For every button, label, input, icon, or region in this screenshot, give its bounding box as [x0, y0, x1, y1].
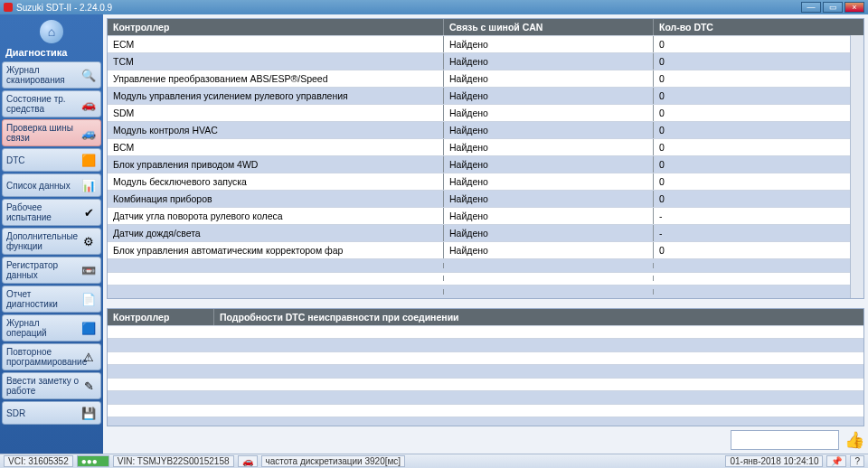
note-input[interactable]	[731, 430, 839, 450]
cell-dtc: 0	[654, 173, 850, 190]
table-row[interactable]: Датчик угла поворота рулевого колесаНайд…	[108, 207, 850, 224]
dtc-detail-table: Контроллер Подробности DTC неисправности…	[107, 308, 864, 427]
sidebar-item-label: Проверка шины связи	[6, 123, 80, 143]
cell-controller: Модуль управления усилением рулевого упр…	[108, 88, 444, 104]
table-row[interactable]: Комбинация приборовНайдено0	[108, 190, 850, 207]
table-row[interactable]: Управление преобразованием ABS/ESP®/Spee…	[108, 70, 850, 87]
detail-row[interactable]	[108, 417, 863, 426]
th2-controller[interactable]: Контроллер	[108, 309, 214, 325]
cell-dtc: -	[654, 225, 850, 241]
bottom-toolbar: 👍	[107, 426, 864, 450]
table-row[interactable]	[108, 258, 850, 272]
table-row[interactable]: Модуль бесключевого запускаНайдено0	[108, 173, 850, 190]
sidebar-item-5[interactable]: Рабочее испытание✔	[2, 199, 101, 226]
thumbs-up-icon[interactable]: 👍	[844, 430, 864, 450]
sidebar-item-label: Состояние тр. средства	[6, 94, 80, 114]
cell-dtc	[654, 289, 850, 295]
sidebar-item-label: Регистратор данных	[6, 260, 80, 280]
table-header-row: Контроллер Связь с шиной CAN Кол-во DTC	[108, 19, 863, 35]
sidebar-item-icon: ⚠	[80, 349, 97, 365]
sidebar-item-icon: 🟧	[80, 152, 97, 168]
detail-row[interactable]	[108, 404, 863, 417]
cell-dtc: 0	[654, 105, 850, 121]
cell-can: Найдено	[444, 156, 654, 173]
sidebar-item-label: Повторное программирование	[6, 347, 80, 367]
table-row[interactable]: Блок управления приводом 4WDНайдено0	[108, 155, 850, 173]
th2-detail[interactable]: Подробности DTC неисправности при соедин…	[214, 309, 863, 325]
sidebar-item-9[interactable]: Журнал операций🟦	[2, 314, 101, 342]
cell-controller: Управление преобразованием ABS/ESP®/Spee…	[108, 70, 444, 87]
sidebar-item-8[interactable]: Отчет диагностики📄	[2, 285, 101, 313]
sidebar-item-3[interactable]: DTC🟧	[2, 148, 101, 172]
detail-header-row: Контроллер Подробности DTC неисправности…	[108, 309, 863, 325]
cell-controller: Модуль контроля HVAC	[108, 122, 444, 138]
cell-controller: Блок управления автоматическим корректор…	[108, 242, 444, 258]
minimize-button[interactable]: —	[801, 2, 821, 13]
controller-table: Контроллер Связь с шиной CAN Кол-во DTC …	[107, 18, 864, 299]
sidebar-item-11[interactable]: Ввести заметку о работе✎	[2, 372, 101, 399]
sidebar-heading: Диагностика	[2, 45, 101, 61]
status-bar: VCI: 31605352 ●●● VIN: TSMJYB22S00152158…	[0, 454, 868, 468]
table-row[interactable]: Модуль контроля HVACНайдено0	[108, 121, 850, 138]
table-row[interactable]: Модуль управления усилением рулевого упр…	[108, 87, 850, 104]
window-titlebar: Suzuki SDT-II - 2.24.0.9 — ▭ ×	[0, 0, 868, 14]
table-row[interactable]: BCMНайдено0	[108, 138, 850, 155]
status-freq: частота дискретизации 3920[мс]	[261, 455, 406, 467]
cell-controller: Комбинация приборов	[108, 191, 444, 207]
main-content: Контроллер Связь с шиной CAN Кол-во DTC …	[103, 14, 868, 454]
table-row[interactable]: Блок управления автоматическим корректор…	[108, 241, 850, 258]
sidebar-item-2[interactable]: Проверка шины связи🚙	[2, 119, 101, 146]
sidebar-item-1[interactable]: Состояние тр. средства🚗	[2, 90, 101, 117]
sidebar-item-7[interactable]: Регистратор данных📼	[2, 257, 101, 284]
detail-row[interactable]	[108, 378, 863, 391]
table-row[interactable]: SDMНайдено0	[108, 104, 850, 121]
cell-controller: TCM	[108, 53, 444, 70]
cell-can	[444, 276, 654, 281]
sidebar-item-6[interactable]: Дополнительные функции⚙	[2, 228, 101, 255]
detail-row[interactable]	[108, 390, 863, 404]
table-row[interactable]	[108, 285, 850, 298]
maximize-button[interactable]: ▭	[823, 2, 843, 13]
cell-can	[444, 263, 654, 268]
cell-can: Найдено	[444, 173, 654, 190]
cell-dtc: 0	[654, 156, 850, 173]
sidebar-item-10[interactable]: Повторное программирование⚠	[2, 343, 101, 370]
close-button[interactable]: ×	[844, 2, 864, 13]
table-row[interactable]: ECMНайдено0	[108, 35, 850, 52]
detail-row[interactable]	[108, 338, 863, 351]
sidebar: ⌂ Диагностика Журнал сканирования🔍Состоя…	[0, 14, 103, 454]
table-row[interactable]: TCMНайдено0	[108, 52, 850, 70]
cell-can: Найдено	[444, 70, 654, 87]
cell-dtc	[654, 276, 850, 281]
sidebar-item-12[interactable]: SDR💾	[2, 401, 101, 425]
cell-controller	[108, 276, 444, 281]
home-icon[interactable]: ⌂	[40, 20, 63, 43]
sidebar-item-0[interactable]: Журнал сканирования🔍	[2, 61, 101, 89]
status-help-icon[interactable]: ?	[850, 455, 864, 467]
th-dtc[interactable]: Кол-во DTC	[654, 19, 863, 35]
table-row[interactable]	[108, 272, 850, 285]
table-row[interactable]: Датчик дождя/светаНайдено-	[108, 224, 850, 241]
status-pin-icon[interactable]: 📌	[826, 455, 846, 467]
status-vehicle-icon: 🚗	[238, 455, 258, 467]
detail-row[interactable]	[108, 351, 863, 365]
sidebar-item-icon: 🚙	[80, 125, 97, 141]
status-vin: VIN: TSMJYB22S00152158	[113, 455, 234, 467]
detail-row[interactable]	[108, 325, 863, 339]
cell-can: Найдено	[444, 122, 654, 138]
sidebar-item-4[interactable]: Список данных📊	[2, 173, 101, 197]
detail-row[interactable]	[108, 364, 863, 378]
cell-controller: BCM	[108, 139, 444, 155]
cell-dtc: 0	[654, 36, 850, 52]
cell-controller: SDM	[108, 105, 444, 121]
cell-dtc	[654, 263, 850, 268]
cell-controller	[108, 263, 444, 268]
th-controller[interactable]: Контроллер	[108, 19, 444, 35]
scrollbar-vertical[interactable]	[850, 35, 863, 298]
sidebar-item-label: Рабочее испытание	[6, 202, 80, 222]
th-can[interactable]: Связь с шиной CAN	[444, 19, 654, 35]
cell-dtc: 0	[654, 53, 850, 70]
app-icon	[4, 3, 13, 12]
sidebar-item-icon: ✔	[80, 204, 97, 220]
cell-can: Найдено	[444, 36, 654, 52]
